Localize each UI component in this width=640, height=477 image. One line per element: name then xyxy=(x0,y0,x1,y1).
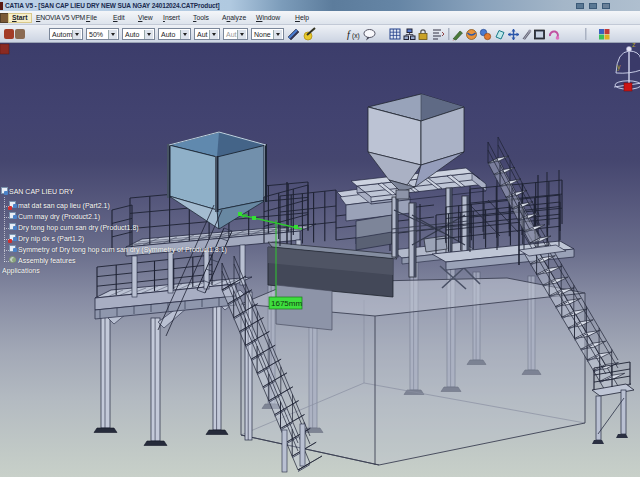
svg-text:z: z xyxy=(632,43,636,48)
svg-text:1675mm: 1675mm xyxy=(271,299,302,308)
svg-text:f: f xyxy=(347,29,351,40)
svg-text:y: y xyxy=(617,63,621,71)
svg-text:(x): (x) xyxy=(352,32,360,40)
